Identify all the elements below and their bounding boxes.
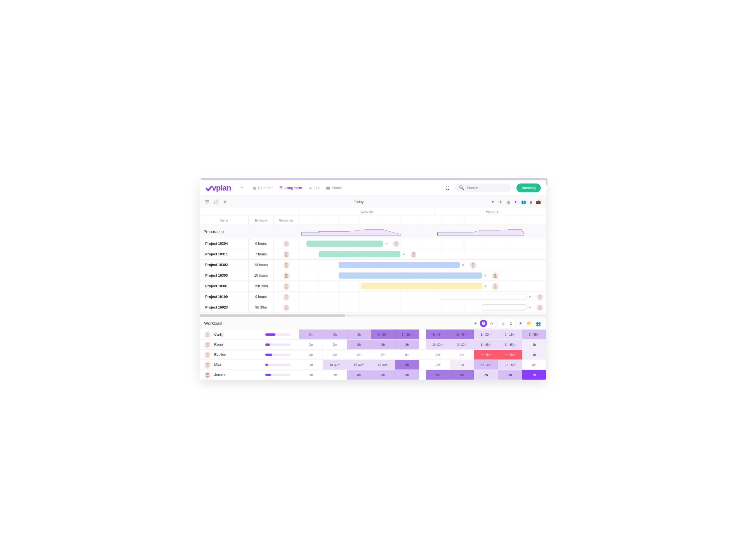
tab-calendar[interactable]: ▦ Calendar — [250, 184, 276, 192]
gantt-area[interactable] — [299, 270, 546, 281]
workload-cell[interactable]: 3h — [299, 330, 323, 339]
gantt-area[interactable] — [299, 291, 546, 302]
workload-cell[interactable]: 6h 30m — [395, 330, 419, 339]
gantt-bar[interactable] — [339, 273, 482, 279]
workload-cell[interactable]: 0m — [522, 360, 546, 369]
workload-cell[interactable]: 1h 30m — [474, 330, 498, 339]
workload-cell[interactable]: 0m — [450, 349, 474, 359]
mode-percent-icon[interactable]: % — [488, 320, 495, 327]
project-row[interactable]: Project 10311 7 hours — [200, 249, 546, 259]
filter-icon[interactable]: ▼ — [491, 200, 495, 204]
workload-cell[interactable]: 1h 45m — [474, 340, 498, 349]
workload-cell[interactable]: 3h — [498, 370, 522, 380]
mode-time-icon[interactable]: 🕐 — [480, 320, 487, 327]
search-box[interactable]: 🔍 — [455, 184, 511, 192]
mode-none-icon[interactable]: ⊘ — [472, 320, 479, 327]
gantt-bar[interactable] — [482, 304, 526, 310]
workload-cell[interactable]: 4h 45m — [498, 349, 522, 359]
today-label[interactable]: Today — [227, 200, 491, 204]
workload-cell[interactable]: 1h — [450, 360, 474, 369]
workload-cell[interactable]: 0m — [299, 349, 323, 359]
project-row[interactable]: Project 10199 9 hours — [200, 291, 546, 302]
scrollbar-thumb[interactable] — [200, 314, 345, 317]
workload-cell[interactable]: 1h 45m — [498, 340, 522, 349]
columns-icon[interactable]: ▥ — [506, 200, 510, 204]
workload-cell[interactable]: 0m — [299, 370, 323, 380]
view-list-icon[interactable]: ☷ — [205, 199, 209, 204]
workload-cell[interactable]: 3h — [323, 330, 347, 339]
wl-folder-icon[interactable]: 📁 — [526, 320, 533, 327]
workload-cell[interactable]: 3h — [395, 340, 419, 349]
workload-cell[interactable]: 3h — [371, 370, 395, 380]
workload-cell[interactable]: 6h — [426, 370, 450, 380]
workload-cell[interactable]: 5h 30m — [371, 330, 395, 339]
workload-cell[interactable]: 6h 45m — [426, 330, 450, 339]
gantt-area[interactable] — [299, 259, 546, 270]
gantt-area[interactable] — [299, 238, 546, 249]
workload-cell[interactable]: 0m — [323, 370, 347, 380]
eye-icon[interactable]: 👁 — [498, 200, 503, 204]
gantt-bar[interactable] — [361, 283, 482, 289]
gantt-area[interactable] — [299, 281, 546, 291]
workload-cell[interactable]: 2h 15m — [498, 330, 522, 339]
workload-cell[interactable]: 2h 30m — [450, 340, 474, 349]
group-icon[interactable]: 👥 — [521, 200, 526, 204]
workload-cell[interactable]: 0m — [323, 349, 347, 359]
workload-cell[interactable]: 0m — [299, 340, 323, 349]
project-row[interactable]: Project 10302 14 hours — [200, 259, 546, 270]
project-row[interactable]: Project 10303 10 hours — [200, 270, 546, 281]
workload-cell[interactable]: 0m — [371, 349, 395, 359]
tab-long-term[interactable]: ☰ Long term — [277, 184, 305, 192]
puzzle-icon[interactable]: ✦ — [514, 200, 517, 204]
workload-cell[interactable]: 0m — [426, 360, 450, 369]
project-row[interactable]: Project 10304 6 hours — [200, 238, 546, 249]
view-layers-icon[interactable]: ❖ — [223, 199, 227, 204]
workload-cell[interactable]: 3h — [347, 340, 371, 349]
workload-cell[interactable]: 0m — [347, 349, 371, 359]
horizontal-scrollbar[interactable] — [200, 314, 546, 317]
add-button[interactable]: + — [238, 184, 246, 192]
workload-cell[interactable]: 3h — [395, 370, 419, 380]
fullscreen-icon[interactable]: ⛶ — [446, 186, 449, 190]
hourglass-icon[interactable]: ⧖ — [499, 320, 507, 327]
workload-cell[interactable]: 2h — [474, 370, 498, 380]
workload-cell[interactable]: 4h 45m — [474, 349, 498, 359]
workload-cell[interactable]: 1h 30m — [371, 360, 395, 369]
wl-puzzle-icon[interactable]: ✦ — [518, 320, 523, 327]
search-input[interactable] — [467, 186, 514, 190]
workload-cell[interactable]: 3h — [347, 330, 371, 339]
workload-cell[interactable]: 5h — [395, 360, 419, 369]
gantt-area[interactable] — [299, 249, 546, 259]
workload-cell[interactable]: 2h 15m — [498, 360, 522, 369]
tab-list[interactable]: ≣ List — [306, 184, 322, 192]
workload-cell[interactable]: 7h — [522, 370, 546, 380]
workload-cell[interactable]: 1h — [522, 340, 546, 349]
workload-cell[interactable]: 0m — [395, 349, 419, 359]
workload-cell[interactable]: 6h 45m — [450, 330, 474, 339]
project-row[interactable]: Project 10301 15h 30m — [200, 281, 546, 291]
workload-cell[interactable]: 3h 45m — [522, 330, 546, 339]
workload-cell[interactable]: 0m — [323, 340, 347, 349]
workload-cell[interactable]: 2h 30m — [426, 340, 450, 349]
tag-icon[interactable]: ▮ — [530, 200, 532, 204]
hourglass-filled-icon[interactable]: ⧗ — [507, 320, 515, 327]
gantt-bar[interactable] — [339, 262, 460, 268]
gantt-area[interactable] — [299, 302, 546, 312]
workload-cell[interactable]: 1h 30m — [323, 360, 347, 369]
workload-cell[interactable]: 3h 15m — [474, 360, 498, 369]
workload-cell[interactable]: 3h — [347, 370, 371, 380]
workload-cell[interactable]: 6h — [450, 370, 474, 380]
view-chart-icon[interactable]: 📈 — [213, 199, 219, 204]
backlog-button[interactable]: Backlog — [516, 184, 541, 192]
group-row-preparation[interactable]: Preparation — [200, 225, 546, 238]
wl-people-icon[interactable]: 👥 — [535, 320, 542, 327]
workload-cell[interactable]: 3h — [371, 340, 395, 349]
project-row[interactable]: Project 10923 9h 30m — [200, 302, 546, 313]
briefcase-icon[interactable]: 💼 — [536, 200, 541, 204]
gantt-bar[interactable] — [307, 241, 383, 247]
workload-cell[interactable]: 1h 30m — [347, 360, 371, 369]
workload-cell[interactable]: 0m — [299, 360, 323, 369]
workload-cell[interactable]: 1h — [522, 349, 546, 359]
workload-cell[interactable]: 0m — [426, 349, 450, 359]
gantt-bar[interactable] — [319, 251, 400, 257]
